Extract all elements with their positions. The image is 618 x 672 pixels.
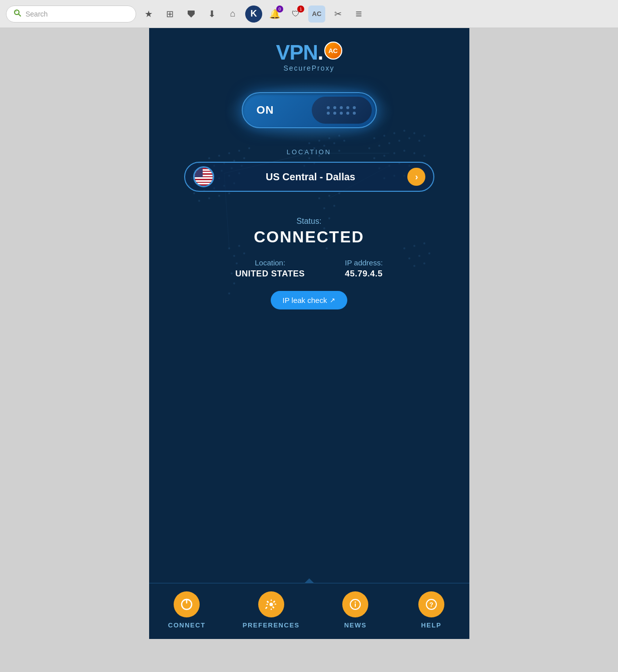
dot-9 bbox=[346, 112, 349, 115]
external-link-icon: ↗ bbox=[330, 296, 335, 304]
svg-point-109 bbox=[269, 603, 273, 606]
menu-button[interactable]: ≡ bbox=[350, 6, 367, 23]
shield-badge: 1 bbox=[297, 6, 304, 13]
vpn-toggle[interactable]: ON bbox=[242, 92, 377, 128]
pocket-button[interactable] bbox=[182, 6, 199, 23]
status-label: Status: bbox=[297, 217, 322, 226]
nav-connect[interactable]: CONNECT bbox=[167, 591, 207, 629]
location-detail-value: UNITED STATES bbox=[235, 269, 305, 279]
search-input-label: Search bbox=[26, 10, 48, 18]
ip-leak-btn-label: IP leak check bbox=[283, 296, 327, 304]
dot-6 bbox=[327, 112, 330, 115]
popup-header: VPN. AC SecureProxy bbox=[149, 28, 469, 82]
location-detail-label: Location: bbox=[255, 258, 285, 267]
k-extension-button[interactable]: K bbox=[245, 6, 262, 23]
vpn-logo-badge: AC bbox=[324, 42, 342, 60]
search-icon bbox=[14, 9, 22, 19]
search-bar[interactable]: Search bbox=[6, 6, 136, 23]
dot-1 bbox=[327, 106, 330, 109]
status-details: Location: UNITED STATES IP address: 45.7… bbox=[235, 258, 383, 279]
svg-point-2 bbox=[16, 11, 17, 12]
notification-button[interactable]: 🔔 0 bbox=[266, 6, 283, 23]
location-selector[interactable]: US Central - Dallas › bbox=[184, 162, 434, 192]
ip-leak-check-button[interactable]: IP leak check ↗ bbox=[271, 291, 348, 309]
ip-detail-label: IP address: bbox=[345, 258, 383, 267]
us-flag bbox=[195, 168, 213, 186]
ip-detail-value: 45.79.4.5 bbox=[345, 269, 382, 279]
toggle-knob bbox=[312, 97, 372, 124]
grid-button[interactable]: ⊞ bbox=[161, 6, 178, 23]
country-flag bbox=[193, 166, 214, 187]
bottom-nav: CONNECT PREFERENCES bbox=[149, 583, 469, 639]
dot-4 bbox=[346, 106, 349, 109]
download-button[interactable]: ⬇ bbox=[203, 6, 220, 23]
svg-text:?: ? bbox=[429, 601, 433, 608]
dot-2 bbox=[333, 106, 336, 109]
dot-3 bbox=[340, 106, 343, 109]
nav-preferences[interactable]: PREFERENCES bbox=[243, 591, 300, 629]
location-label: LOCATION bbox=[287, 148, 332, 156]
location-chevron-button[interactable]: › bbox=[407, 168, 425, 186]
connect-icon bbox=[174, 591, 200, 617]
news-label: NEWS bbox=[344, 621, 367, 629]
help-label: HELP bbox=[421, 621, 441, 629]
shield-button[interactable]: 🛡 1 bbox=[287, 6, 304, 23]
dot-5 bbox=[353, 106, 356, 109]
location-detail: Location: UNITED STATES bbox=[235, 258, 305, 279]
help-icon: ? bbox=[418, 591, 444, 617]
status-section: Status: CONNECTED Location: UNITED STATE… bbox=[149, 202, 469, 319]
location-section: LOCATION US Central - Dallas › bbox=[149, 143, 469, 202]
toggle-dots bbox=[327, 106, 357, 115]
preferences-label: PREFERENCES bbox=[243, 621, 300, 629]
vpn-popup: VPN. AC SecureProxy ON bbox=[149, 28, 469, 639]
location-name: US Central - Dallas bbox=[214, 171, 407, 183]
logo-subtitle: SecureProxy bbox=[283, 64, 334, 72]
nav-caret bbox=[304, 578, 314, 583]
browser-chrome: Search ★ ⊞ ⬇ ⌂ K 🔔 0 🛡 1 AC ✂ ≡ bbox=[0, 0, 618, 28]
status-value: CONNECTED bbox=[254, 228, 364, 246]
logo-container: VPN. AC bbox=[276, 42, 342, 63]
nav-news[interactable]: NEWS bbox=[335, 591, 375, 629]
nav-help[interactable]: ? HELP bbox=[411, 591, 451, 629]
connect-label: CONNECT bbox=[168, 621, 206, 629]
dot-7 bbox=[333, 112, 336, 115]
notification-badge: 0 bbox=[276, 6, 283, 13]
dot-10 bbox=[353, 112, 356, 115]
chevron-right-icon: › bbox=[415, 172, 418, 182]
popup-wrapper: VPN. AC SecureProxy ON bbox=[0, 28, 618, 639]
svg-rect-111 bbox=[355, 603, 356, 607]
vpn-extension-button[interactable]: AC bbox=[308, 6, 325, 23]
dot-8 bbox=[340, 112, 343, 115]
ip-detail: IP address: 45.79.4.5 bbox=[345, 258, 383, 279]
toggle-label: ON bbox=[257, 104, 274, 117]
preferences-icon bbox=[258, 591, 284, 617]
svg-line-1 bbox=[19, 14, 21, 16]
toggle-section: ON bbox=[149, 82, 469, 143]
scissors-button[interactable]: ✂ bbox=[329, 6, 346, 23]
bookmarks-button[interactable]: ★ bbox=[140, 6, 157, 23]
svg-point-112 bbox=[355, 601, 356, 602]
home-button[interactable]: ⌂ bbox=[224, 6, 241, 23]
news-icon bbox=[342, 591, 368, 617]
vpn-logo-text: VPN. bbox=[276, 42, 323, 63]
